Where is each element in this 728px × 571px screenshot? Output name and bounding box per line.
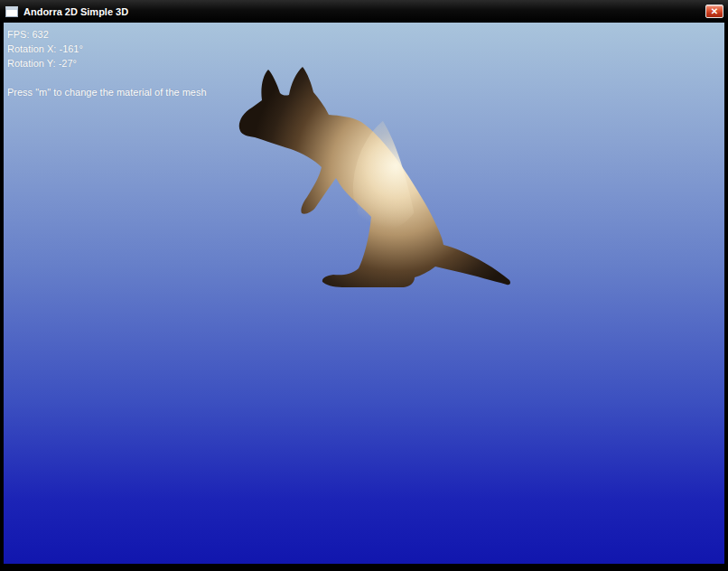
window-title: Andorra 2D Simple 3D	[23, 6, 705, 17]
kangaroo-mesh	[4, 23, 724, 564]
hud-hint: Press "m" to change the material of the …	[7, 85, 207, 99]
hud-rotation-x: Rotation X: -161°	[7, 42, 207, 56]
render-canvas[interactable]: FPS: 632 Rotation X: -161° Rotation Y: -…	[4, 23, 724, 564]
app-window: Andorra 2D Simple 3D ✕	[0, 0, 728, 571]
hud-rotation-y: Rotation Y: -27°	[7, 56, 207, 70]
window-system-icon[interactable]	[5, 6, 18, 17]
close-icon: ✕	[706, 5, 723, 17]
close-button[interactable]: ✕	[705, 5, 723, 18]
hud-fps: FPS: 632	[7, 27, 207, 42]
titlebar[interactable]: Andorra 2D Simple 3D ✕	[0, 0, 728, 23]
hud-overlay: FPS: 632 Rotation X: -161° Rotation Y: -…	[7, 27, 207, 99]
